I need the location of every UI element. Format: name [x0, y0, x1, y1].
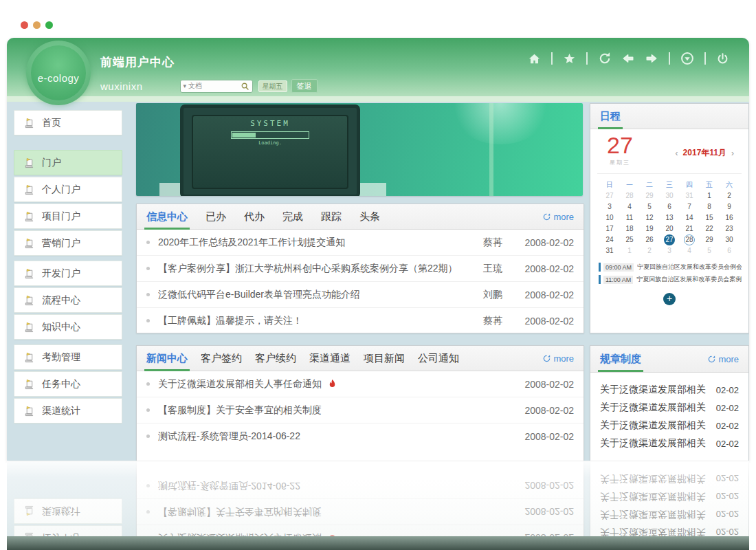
- calendar-day[interactable]: 23: [720, 223, 740, 234]
- sidebar-item-project-portal[interactable]: 项目门户: [14, 204, 122, 229]
- calendar-day[interactable]: 30: [720, 234, 740, 245]
- event-text[interactable]: 宁夏回族自治区发展和改革委员会例会: [637, 263, 742, 272]
- refresh-icon[interactable]: [598, 52, 612, 65]
- calendar-day[interactable]: 20: [660, 223, 680, 234]
- calendar-day[interactable]: 28: [620, 190, 640, 201]
- calendar-day[interactable]: 25: [620, 234, 640, 245]
- news-item[interactable]: 测试流程-系统管理员-2014-06-22 2008-02-02: [137, 424, 583, 449]
- calendar-day[interactable]: 27: [600, 190, 620, 201]
- calendar-day[interactable]: 13: [660, 212, 680, 223]
- calendar-day[interactable]: 1: [700, 190, 720, 201]
- news-item[interactable]: 【客服制度】关于安全事宜的相关制度 2008-02-02: [137, 397, 583, 424]
- sidebar-item-channel-stats[interactable]: 渠道统计: [14, 398, 122, 424]
- tab-channel[interactable]: 渠道通道: [309, 352, 351, 365]
- info-item-author[interactable]: 刘鹏: [471, 289, 515, 301]
- calendar-day[interactable]: 7: [680, 201, 700, 212]
- rule-item-title[interactable]: 关于泛微渠道发展部相关: [600, 437, 716, 450]
- calendar-day[interactable]: 28: [680, 234, 700, 245]
- calendar-day[interactable]: 8: [700, 201, 720, 212]
- magnifier-icon[interactable]: [241, 82, 249, 91]
- rule-item[interactable]: 关于泛微渠道发展部相关 02-02: [600, 417, 739, 434]
- info-item[interactable]: 泛微低代码平台e-Builder表单管理亮点功能介绍 刘鹏 2008-02-02: [137, 282, 583, 308]
- calendar-day[interactable]: 12: [640, 212, 660, 223]
- calendar-day[interactable]: 10: [600, 212, 620, 223]
- tab-todo[interactable]: 代办: [244, 210, 265, 223]
- calendar-day[interactable]: 21: [680, 223, 700, 234]
- rule-item[interactable]: 关于泛微渠道发展部相关 02-02: [600, 434, 739, 452]
- back-icon[interactable]: [621, 52, 635, 65]
- power-icon[interactable]: [716, 52, 729, 65]
- info-item-author[interactable]: 王琉: [471, 263, 515, 275]
- rule-item[interactable]: 关于泛微渠道发展部相关 02-02: [600, 381, 739, 399]
- schedule-event[interactable]: 11:00 AM 宁夏回族自治区发展和改革委员会案例分析会: [599, 274, 742, 285]
- calendar-day[interactable]: 5: [700, 245, 720, 256]
- news-more-link[interactable]: more: [543, 353, 574, 364]
- calendar-day[interactable]: 19: [640, 223, 660, 234]
- calendar-day[interactable]: 5: [640, 201, 660, 212]
- calendar-day[interactable]: 29: [640, 190, 660, 201]
- zoom-button[interactable]: [45, 21, 53, 29]
- calendar-day[interactable]: 11: [620, 212, 640, 223]
- sidebar-item-personal-portal[interactable]: 个人门户: [14, 177, 122, 202]
- sidebar-item-home[interactable]: 首页: [14, 110, 122, 135]
- sidebar-item-workflow-center[interactable]: 流程中心: [14, 287, 122, 313]
- info-item-author[interactable]: 蔡苒: [471, 315, 515, 327]
- next-month-icon[interactable]: ›: [726, 148, 739, 158]
- calendar-day[interactable]: 2: [720, 190, 740, 201]
- tab-customer-signing[interactable]: 客户签约: [201, 352, 242, 365]
- calendar-day[interactable]: 31: [600, 245, 620, 256]
- calendar-day[interactable]: 22: [700, 223, 720, 234]
- tab-news-center[interactable]: 新闻中心: [146, 346, 188, 371]
- tab-company-notice[interactable]: 公司通知: [418, 352, 459, 365]
- sidebar-item-marketing-portal[interactable]: 营销门户: [14, 230, 122, 256]
- rule-item-title[interactable]: 关于泛微渠道发展部相关: [600, 384, 716, 396]
- calendar-day[interactable]: 27: [660, 234, 680, 245]
- calendar-day[interactable]: 6: [720, 245, 740, 256]
- info-item[interactable]: 【工牌佩戴】温馨提示，请关注！ 蔡苒 2008-02-02: [137, 308, 583, 333]
- prev-month-icon[interactable]: ‹: [671, 148, 683, 158]
- calendar-day[interactable]: 17: [600, 223, 620, 234]
- sidebar-item-knowledge-center[interactable]: 知识中心: [14, 314, 122, 340]
- sidebar-item-task-center[interactable]: 任务中心: [14, 371, 122, 397]
- home-icon[interactable]: [528, 52, 541, 65]
- calendar-day[interactable]: 18: [620, 223, 640, 234]
- rule-item-title[interactable]: 关于泛微渠道发展部相关: [600, 402, 716, 414]
- tab-tracking[interactable]: 跟踪: [321, 210, 342, 223]
- sidebar-item-attendance[interactable]: 考勤管理: [14, 344, 122, 370]
- search-input[interactable]: ▾ 文档: [180, 80, 253, 93]
- calendar-day[interactable]: 31: [680, 190, 700, 201]
- calendar-day[interactable]: 24: [600, 234, 620, 245]
- tab-headlines[interactable]: 头条: [359, 210, 380, 223]
- signout-button[interactable]: 签退: [291, 79, 318, 93]
- rule-item[interactable]: 关于泛微渠道发展部相关 02-02: [600, 399, 739, 417]
- event-text[interactable]: 宁夏回族自治区发展和改革委员会案例分析会: [636, 275, 742, 284]
- calendar-day[interactable]: 4: [680, 245, 700, 256]
- rules-more-link[interactable]: more: [708, 354, 739, 364]
- search-category[interactable]: 文档: [188, 81, 240, 91]
- sidebar-item-portal[interactable]: 门户: [14, 150, 122, 175]
- down-circle-icon[interactable]: [680, 52, 694, 65]
- calendar-day[interactable]: 4: [620, 201, 640, 212]
- calendar-day[interactable]: 3: [600, 201, 620, 212]
- info-item-title[interactable]: 【工牌佩戴】温馨提示，请关注！: [158, 315, 302, 327]
- forward-icon[interactable]: [645, 52, 658, 65]
- star-icon[interactable]: [563, 52, 576, 65]
- news-item[interactable]: 关于泛微渠道发展部相关人事任命通知 2008-02-02: [137, 371, 583, 397]
- minimize-button[interactable]: [33, 21, 41, 29]
- news-item-title[interactable]: 测试流程-系统管理员-2014-06-22: [158, 430, 300, 443]
- calendar-day[interactable]: 15: [700, 212, 720, 223]
- info-item-author[interactable]: 蔡苒: [471, 236, 515, 249]
- calendar-day[interactable]: 14: [680, 212, 700, 223]
- calendar-day[interactable]: 30: [660, 190, 680, 201]
- info-item[interactable]: 【客户案例分享】浙江大学杭州科创中心采购系统案例分享（第22期） 王琉 2008…: [137, 256, 583, 282]
- weekday-button[interactable]: 星期五: [258, 80, 287, 92]
- calendar-day[interactable]: 3: [660, 245, 680, 256]
- sidebar-item-dev-portal[interactable]: 开发门户: [14, 261, 122, 286]
- info-item-title[interactable]: 【客户案例分享】浙江大学杭州科创中心采购系统案例分享（第22期）: [158, 263, 458, 275]
- calendar-day[interactable]: 1: [620, 245, 640, 256]
- tab-project-news[interactable]: 项目新闻: [364, 352, 405, 365]
- calendar-day[interactable]: 9: [720, 201, 740, 212]
- tab-customer-renewal[interactable]: 客户续约: [255, 352, 296, 365]
- calendar-day[interactable]: 26: [640, 234, 660, 245]
- calendar-day[interactable]: 16: [720, 212, 740, 223]
